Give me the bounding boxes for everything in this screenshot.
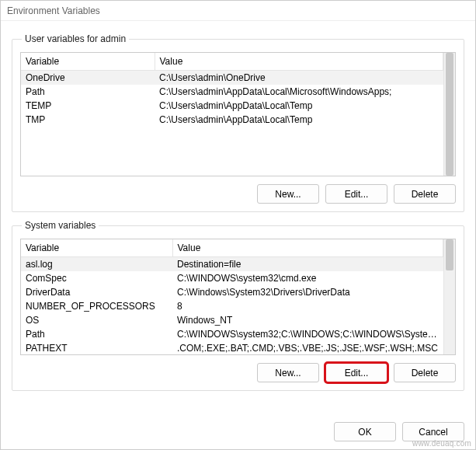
user-delete-button[interactable]: Delete (394, 184, 456, 204)
table-row[interactable]: NUMBER_OF_PROCESSORS8 (21, 299, 443, 313)
system-variables-group: System variables Variable Value asl.logD… (12, 220, 464, 391)
user-variables-legend: User variables for admin (22, 33, 129, 44)
cell-variable: OneDrive (21, 71, 155, 85)
system-variables-legend: System variables (22, 220, 99, 231)
cell-variable: OS (21, 313, 172, 327)
window-title: Environment Variables (7, 5, 100, 16)
dialog-content: User variables for admin Variable Value … (1, 21, 475, 414)
system-col-value[interactable]: Value (172, 239, 443, 257)
cell-variable: DriverData (21, 285, 172, 299)
cell-value: .COM;.EXE;.BAT;.CMD;.VBS;.VBE;.JS;.JSE;.… (172, 341, 443, 355)
cell-variable: Path (21, 85, 155, 99)
user-col-value[interactable]: Value (155, 53, 443, 71)
cell-value: C:\WINDOWS\system32\cmd.exe (172, 271, 443, 285)
cell-variable: Path (21, 327, 172, 341)
cell-value: C:\Users\admin\OneDrive (155, 71, 443, 85)
system-button-row: New... Edit... Delete (20, 363, 456, 382)
cell-value: 8 (172, 299, 443, 313)
table-row[interactable]: PathC:\Users\admin\AppData\Local\Microso… (21, 85, 443, 99)
table-row[interactable]: DriverDataC:\Windows\System32\Drivers\Dr… (21, 285, 443, 299)
cell-value: C:\Users\admin\AppData\Local\Microsoft\W… (155, 85, 443, 99)
system-col-variable[interactable]: Variable (21, 239, 172, 257)
cell-variable: NUMBER_OF_PROCESSORS (21, 299, 172, 313)
cell-variable: PATHEXT (21, 341, 172, 355)
table-row[interactable]: TEMPC:\Users\admin\AppData\Local\Temp (21, 99, 443, 113)
system-delete-button[interactable]: Delete (394, 363, 456, 382)
system-scrollbar[interactable] (443, 239, 455, 354)
cell-variable: TEMP (21, 99, 155, 113)
user-col-variable[interactable]: Variable (21, 53, 155, 71)
cell-value: C:\Users\admin\AppData\Local\Temp (155, 113, 443, 127)
ok-button[interactable]: OK (334, 422, 396, 441)
cell-variable: TMP (21, 113, 155, 127)
user-scrollbar[interactable] (443, 53, 455, 176)
system-new-button[interactable]: New... (257, 363, 319, 382)
user-variables-table: Variable Value OneDriveC:\Users\admin\On… (21, 53, 443, 127)
cell-value: C:\WINDOWS\system32;C:\WINDOWS;C:\WINDOW… (172, 327, 443, 341)
table-row[interactable]: PATHEXT.COM;.EXE;.BAT;.CMD;.VBS;.VBE;.JS… (21, 341, 443, 355)
dialog-footer: OK Cancel (1, 414, 475, 449)
system-variables-table: Variable Value asl.logDestination=fileCo… (21, 239, 443, 355)
table-row[interactable]: ComSpecC:\WINDOWS\system32\cmd.exe (21, 271, 443, 285)
system-edit-button[interactable]: Edit... (325, 363, 387, 382)
user-variables-list[interactable]: Variable Value OneDriveC:\Users\admin\On… (20, 52, 456, 176)
table-row[interactable]: TMPC:\Users\admin\AppData\Local\Temp (21, 113, 443, 127)
cell-value: Windows_NT (172, 313, 443, 327)
system-variables-list[interactable]: Variable Value asl.logDestination=fileCo… (20, 239, 456, 355)
table-row[interactable]: OneDriveC:\Users\admin\OneDrive (21, 71, 443, 85)
system-scroll-thumb[interactable] (446, 239, 453, 270)
user-edit-button[interactable]: Edit... (325, 184, 387, 204)
cell-value: C:\Windows\System32\Drivers\DriverData (172, 285, 443, 299)
cell-variable: asl.log (21, 257, 172, 272)
titlebar[interactable]: Environment Variables (1, 1, 475, 21)
cell-value: Destination=file (172, 257, 443, 272)
user-variables-group: User variables for admin Variable Value … (12, 33, 464, 212)
user-new-button[interactable]: New... (257, 184, 319, 204)
cell-variable: ComSpec (21, 271, 172, 285)
table-row[interactable]: OSWindows_NT (21, 313, 443, 327)
environment-variables-dialog: Environment Variables User variables for… (0, 0, 476, 450)
user-button-row: New... Edit... Delete (20, 184, 456, 204)
user-scroll-thumb[interactable] (446, 53, 453, 176)
watermark-text: www.deuaq.com (412, 439, 471, 448)
cell-value: C:\Users\admin\AppData\Local\Temp (155, 99, 443, 113)
table-row[interactable]: PathC:\WINDOWS\system32;C:\WINDOWS;C:\WI… (21, 327, 443, 341)
table-row[interactable]: asl.logDestination=file (21, 257, 443, 272)
